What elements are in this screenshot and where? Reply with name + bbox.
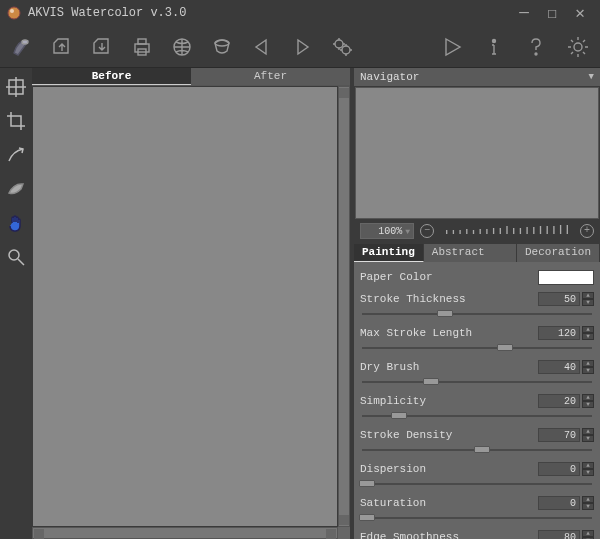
- canvas-area: Before After: [32, 68, 350, 539]
- scroll-corner: [338, 527, 350, 539]
- right-panel: Navigator ▼ 100% ▼ −: [350, 68, 600, 539]
- param-slider[interactable]: [362, 344, 592, 352]
- param-dispersion: Dispersion ▲▼: [360, 460, 594, 490]
- app-logo-icon: [6, 5, 22, 21]
- navigator-header[interactable]: Navigator ▼: [354, 68, 600, 86]
- print-button[interactable]: [126, 31, 158, 63]
- share-button[interactable]: [166, 31, 198, 63]
- svg-point-8: [335, 40, 343, 48]
- param-label: Paper Color: [360, 271, 433, 283]
- direction-tool-icon[interactable]: [3, 142, 29, 168]
- param-stepper[interactable]: ▲▼: [582, 394, 594, 408]
- param-stroke-density: Stroke Density ▲▼: [360, 426, 594, 456]
- help-button[interactable]: [520, 31, 552, 63]
- param-edge-smoothness: Edge Smoothness ▲▼: [360, 528, 594, 539]
- svg-rect-3: [135, 44, 149, 52]
- zoom-out-button[interactable]: −: [420, 224, 434, 238]
- zoom-tool-icon[interactable]: [3, 244, 29, 270]
- settings-button[interactable]: [562, 31, 594, 63]
- scroll-up-arrow-icon[interactable]: [339, 88, 349, 98]
- param-simplicity: Simplicity ▲▼: [360, 392, 594, 422]
- param-value-input[interactable]: [538, 292, 580, 306]
- param-saturation: Saturation ▲▼: [360, 494, 594, 524]
- param-label: Max Stroke Length: [360, 327, 472, 339]
- scroll-left-arrow-icon[interactable]: [34, 529, 44, 539]
- param-value-input[interactable]: [538, 394, 580, 408]
- svg-point-14: [9, 250, 19, 260]
- paper-color-swatch[interactable]: [538, 270, 594, 285]
- param-stepper[interactable]: ▲▼: [582, 496, 594, 510]
- param-label: Dry Brush: [360, 361, 419, 373]
- tab-abstract-art[interactable]: Abstract Art: [424, 244, 517, 262]
- param-slider[interactable]: [362, 412, 592, 420]
- param-stepper[interactable]: ▲▼: [582, 360, 594, 374]
- param-value-input[interactable]: [538, 496, 580, 510]
- canvas-scroll-vertical[interactable]: [338, 86, 350, 527]
- logo-brush-icon: [6, 31, 38, 63]
- back-button[interactable]: [246, 31, 278, 63]
- param-slider[interactable]: [362, 480, 592, 488]
- bucket-button[interactable]: [206, 31, 238, 63]
- tab-after[interactable]: After: [191, 68, 350, 85]
- svg-point-12: [574, 43, 582, 51]
- zoom-value: 100%: [378, 226, 402, 237]
- param-slider[interactable]: [362, 378, 592, 386]
- param-max-stroke-length: Max Stroke Length ▲▼: [360, 324, 594, 354]
- param-label: Dispersion: [360, 463, 426, 475]
- param-label: Simplicity: [360, 395, 426, 407]
- open-button[interactable]: [46, 31, 78, 63]
- info-button[interactable]: [478, 31, 510, 63]
- svg-point-0: [8, 7, 20, 19]
- eraser-tool-icon[interactable]: [3, 176, 29, 202]
- top-toolbar: [0, 26, 600, 68]
- forward-button[interactable]: [286, 31, 318, 63]
- svg-point-2: [22, 40, 28, 44]
- param-paper-color: Paper Color: [360, 268, 594, 286]
- scroll-right-arrow-icon[interactable]: [326, 529, 336, 539]
- close-button[interactable]: ✕: [566, 0, 594, 26]
- param-value-input[interactable]: [538, 530, 580, 539]
- zoom-dropdown-icon[interactable]: ▼: [405, 227, 410, 236]
- param-stepper[interactable]: ▲▼: [582, 326, 594, 340]
- param-stepper[interactable]: ▲▼: [582, 292, 594, 306]
- param-value-input[interactable]: [538, 360, 580, 374]
- navigator-preview[interactable]: [355, 87, 599, 219]
- param-label: Saturation: [360, 497, 426, 509]
- zoom-scale[interactable]: [440, 224, 574, 238]
- svg-point-1: [10, 9, 14, 13]
- save-button[interactable]: [86, 31, 118, 63]
- param-stepper[interactable]: ▲▼: [582, 530, 594, 539]
- param-slider[interactable]: [362, 446, 592, 454]
- tab-decoration[interactable]: Decoration: [517, 244, 600, 262]
- canvas[interactable]: [33, 87, 337, 526]
- left-tool-strip: [0, 68, 32, 539]
- batch-prefs-button[interactable]: [326, 31, 358, 63]
- hand-tool-icon[interactable]: [3, 210, 29, 236]
- param-value-input[interactable]: [538, 326, 580, 340]
- tab-painting[interactable]: Painting: [354, 244, 424, 262]
- svg-point-11: [535, 53, 537, 55]
- param-value-input[interactable]: [538, 428, 580, 442]
- crop-tool-icon[interactable]: [3, 108, 29, 134]
- minimize-button[interactable]: —: [510, 0, 538, 26]
- param-stroke-thickness: Stroke Thickness ▲▼: [360, 290, 594, 320]
- navigator-title: Navigator: [360, 71, 419, 83]
- scroll-down-arrow-icon[interactable]: [339, 515, 349, 525]
- chevron-down-icon[interactable]: ▼: [589, 72, 594, 82]
- svg-point-10: [493, 39, 496, 42]
- zoom-value-field[interactable]: 100% ▼: [360, 223, 414, 239]
- param-value-input[interactable]: [538, 462, 580, 476]
- tab-before[interactable]: Before: [32, 68, 191, 85]
- param-slider[interactable]: [362, 310, 592, 318]
- maximize-button[interactable]: ☐: [538, 0, 566, 26]
- param-dry-brush: Dry Brush ▲▼: [360, 358, 594, 388]
- param-label: Stroke Thickness: [360, 293, 466, 305]
- param-slider[interactable]: [362, 514, 592, 522]
- param-label: Stroke Density: [360, 429, 452, 441]
- canvas-scroll-horizontal[interactable]: [32, 527, 338, 539]
- zoom-in-button[interactable]: +: [580, 224, 594, 238]
- run-button[interactable]: [436, 31, 468, 63]
- guides-tool-icon[interactable]: [3, 74, 29, 100]
- param-stepper[interactable]: ▲▼: [582, 462, 594, 476]
- param-stepper[interactable]: ▲▼: [582, 428, 594, 442]
